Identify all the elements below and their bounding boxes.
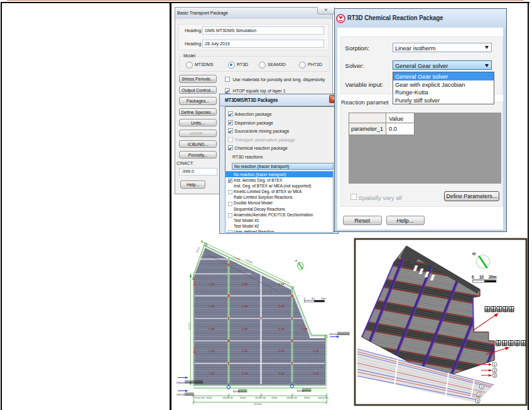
svg-text:DN700: DN700 (329, 333, 338, 336)
svg-text:2-4#: 2-4# (242, 305, 248, 308)
svg-text:20m: 20m (321, 297, 326, 300)
svg-text:3-5#: 3-5# (278, 283, 285, 286)
svg-text:10: 10 (312, 297, 315, 300)
svg-text:32500: 32500 (206, 397, 212, 399)
svg-text:3-4#: 3-4# (278, 305, 285, 308)
svg-text:2-1#: 2-1# (242, 372, 248, 375)
svg-text:N: N (201, 240, 203, 243)
svg-text:370 60 240: 370 60 240 (194, 397, 205, 399)
svg-text:112371: 112371 (188, 323, 191, 330)
svg-text:2-2#: 2-2# (242, 350, 248, 353)
svg-text:0: 0 (304, 297, 306, 300)
svg-text:1-3#: 1-3# (301, 328, 308, 331)
svg-text:2-3#: 2-3# (242, 328, 248, 331)
svg-text:32500: 32500 (304, 397, 310, 399)
svg-text:240 60 240: 240 60 240 (286, 397, 297, 399)
svg-text:DN700: DN700 (176, 393, 185, 396)
svg-text:240 60 370: 240 60 370 (318, 397, 328, 399)
svg-text:29943: 29943 (195, 247, 200, 253)
svg-text:240 60 240: 240 60 240 (222, 397, 233, 399)
svg-text:32500: 32500 (271, 397, 278, 399)
svg-text:1-4#: 1-4# (209, 305, 215, 308)
svg-text:0: 0 (472, 275, 474, 279)
svg-text:3-2#: 3-2# (278, 350, 285, 353)
svg-text:ZK: ZK (227, 295, 231, 297)
svg-text:1-3#: 1-3# (209, 328, 215, 331)
svg-text:20m: 20m (489, 275, 497, 279)
svg-text:4-1#: 4-1# (313, 372, 319, 375)
svg-text:DN600: DN600 (176, 381, 185, 384)
svg-text:10: 10 (479, 275, 484, 279)
svg-text:2-5#: 2-5# (242, 283, 248, 286)
svg-text:3-3#: 3-3# (278, 328, 285, 331)
svg-text:150686: 150686 (245, 258, 253, 264)
svg-text:1-2#: 1-2# (209, 350, 215, 353)
svg-text:240 60 240: 240 60 240 (255, 397, 266, 399)
svg-text:4-2#: 4-2# (313, 350, 319, 353)
svg-text:ZK: ZK (291, 340, 294, 342)
svg-text:137000: 137000 (254, 403, 262, 406)
svg-text:3-1#: 3-1# (278, 372, 285, 375)
svg-text:ZK: ZK (291, 295, 294, 297)
svg-text:1-5#: 1-5# (209, 283, 215, 286)
svg-text:N: N (294, 258, 298, 263)
svg-text:32500: 32500 (240, 397, 246, 399)
svg-text:ZK: ZK (227, 340, 231, 342)
svg-text:1-1#: 1-1# (209, 372, 215, 375)
